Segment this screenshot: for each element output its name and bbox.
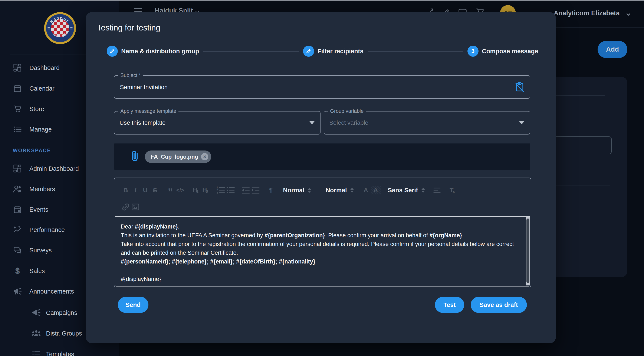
message-body[interactable]: Dear #{displayName},This is an invitatio… — [121, 222, 518, 283]
sidebar-item-label: Surveys — [30, 247, 52, 254]
sidebar-item-label: Calendar — [30, 85, 54, 92]
chevron-down-icon — [625, 11, 632, 18]
header-picker[interactable]: Normal — [326, 187, 354, 194]
group-variable-placeholder: Select variable — [329, 112, 368, 134]
text-color-button[interactable]: A — [361, 185, 371, 196]
message-line: This is an invitation to the UEFA A Semi… — [121, 231, 518, 240]
background-color-button[interactable]: A — [371, 186, 380, 194]
pencil-icon — [110, 48, 115, 54]
stepper: Name & distribution group Filter recipie… — [107, 46, 538, 57]
strikethrough-button[interactable]: S — [150, 185, 160, 196]
sidebar-item-label: Campaigns — [46, 309, 77, 316]
sidebar-item-label: Events — [30, 206, 48, 213]
step-number: 3 — [471, 48, 474, 55]
sidebar-item-label: Performance — [30, 226, 65, 233]
header-divider — [544, 27, 644, 28]
attachment-filename: FA_Cup_logo.png — [151, 154, 198, 160]
sidebar-item-label: Templates — [46, 351, 74, 356]
updown-caret-icon — [422, 188, 425, 193]
text-direction-button[interactable]: ¶ — [266, 185, 276, 196]
updown-caret-icon — [350, 188, 354, 193]
sidebar-item-label: Members — [30, 186, 55, 193]
rich-text-editor: B I U S ” </> H1 H2 123 ¶ No — [114, 178, 531, 287]
attachment-chip: FA_Cup_logo.png × — [145, 151, 211, 163]
trend-icon — [13, 225, 22, 234]
add-button[interactable]: Add — [598, 41, 628, 58]
hajduk-split-logo: HAJDUK SPLIT — [44, 12, 76, 45]
save-as-draft-button[interactable]: Save as draft — [471, 297, 527, 313]
attachments-bar: FA_Cup_logo.png × — [114, 143, 530, 170]
dashboard-icon — [13, 164, 22, 173]
subject-field: Subject * — [114, 75, 530, 99]
window-edge — [0, 0, 644, 1]
font-picker[interactable]: Sans Serif — [388, 187, 425, 194]
step-connector — [204, 51, 299, 52]
message-line: #{displayName} — [121, 275, 518, 283]
dollar-icon: $ — [13, 266, 22, 276]
step-label: Compose message — [482, 48, 538, 55]
sidebar-item-templates[interactable]: Templates — [0, 347, 119, 356]
size-picker[interactable]: Normal — [283, 187, 311, 194]
header-1-button[interactable]: H1 — [190, 185, 200, 196]
list-icon — [13, 125, 22, 134]
italic-button[interactable]: I — [130, 185, 140, 196]
insert-image-button[interactable] — [130, 201, 140, 213]
header-2-button[interactable]: H2 — [200, 185, 210, 196]
test-button[interactable]: Test — [435, 297, 464, 313]
underline-button[interactable]: U — [140, 185, 150, 196]
dashboard-icon — [13, 63, 22, 73]
editor-toolbar-row-1: B I U S ” </> H1 H2 123 ¶ No — [121, 183, 457, 198]
list-icon — [32, 349, 41, 356]
send-button[interactable]: Send — [118, 297, 148, 313]
blockquote-button[interactable]: ” — [166, 183, 175, 198]
step-name-distribution[interactable]: Name & distribution group — [107, 46, 199, 57]
clear-formatting-button[interactable]: Tx — [448, 185, 457, 196]
group-variable-select[interactable]: Group variable Select variable — [324, 111, 530, 135]
message-line — [121, 266, 518, 275]
screen: HAJDUK SPLIT Dashboard Calendar Store Ma… — [0, 0, 644, 356]
sidebar-item-label: Admin Dashboard — [30, 165, 79, 172]
subject-input[interactable] — [120, 76, 504, 99]
sidebar-item-label: Announcements — [30, 288, 74, 295]
sidebar-section-workspace: WORKSPACE — [13, 148, 51, 154]
dropdown-caret-icon — [310, 121, 314, 124]
pencil-icon — [306, 48, 311, 54]
compose-message-modal: Testing for testing Name & distribution … — [86, 12, 556, 343]
calendar-icon — [13, 84, 22, 93]
editor-toolbar-row-2 — [121, 201, 140, 213]
cart-icon — [13, 104, 22, 114]
align-button[interactable] — [432, 185, 442, 196]
paperclip-icon[interactable] — [129, 150, 141, 163]
step-circle — [107, 46, 118, 57]
step-label: Filter recipients — [318, 48, 364, 55]
group-icon — [32, 329, 41, 338]
step-compose-message[interactable]: 3 Compose message — [468, 46, 538, 57]
outdent-button[interactable] — [241, 185, 251, 196]
editor-scrollbar-thumb[interactable] — [526, 218, 530, 283]
code-button[interactable]: </> — [175, 185, 185, 196]
dropdown-caret-icon — [519, 121, 524, 124]
bold-button[interactable]: B — [121, 185, 130, 196]
message-line: Dear #{displayName}, — [121, 222, 518, 231]
indent-button[interactable] — [251, 185, 260, 196]
account-menu[interactable]: Analyticom Elizabeta — [554, 9, 620, 17]
updown-caret-icon — [308, 188, 311, 193]
people-icon — [13, 184, 22, 194]
template-select-value: Use this template — [120, 112, 166, 134]
template-select[interactable]: Apply message template Use this template — [114, 111, 320, 135]
bullet-list-button[interactable] — [226, 185, 235, 196]
sidebar-item-label: Manage — [30, 126, 52, 133]
ordered-list-button[interactable]: 123 — [216, 185, 226, 196]
megaphone-icon — [32, 308, 41, 317]
sidebar-item-label: Sales — [30, 267, 45, 274]
paste-off-icon[interactable] — [514, 82, 525, 92]
editor-content[interactable]: Dear #{displayName},This is an invitatio… — [115, 216, 530, 286]
sidebar-item-label: Dashboard — [30, 64, 60, 71]
message-line: Take into account that prior to the regi… — [121, 240, 518, 257]
svg-text:3: 3 — [216, 191, 218, 194]
chat-bubbles-icon — [13, 246, 22, 255]
step-filter-recipients[interactable]: Filter recipients — [303, 46, 364, 57]
link-button[interactable] — [121, 201, 130, 213]
remove-attachment-button[interactable]: × — [201, 153, 208, 160]
event-calendar-icon — [13, 205, 22, 214]
